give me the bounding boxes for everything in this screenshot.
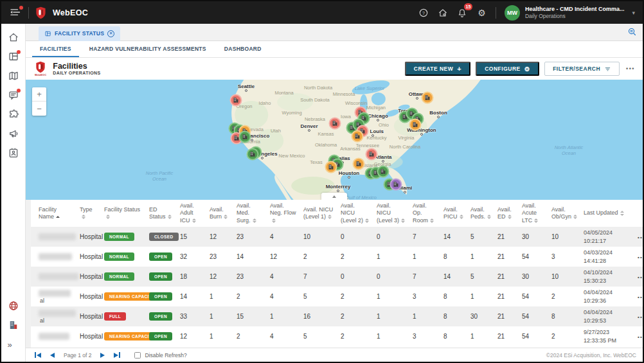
- facility-status-badge-cell: NEARING CAPACITY: [100, 326, 145, 346]
- board-search-icon[interactable]: [627, 27, 638, 37]
- facility-type-cell: Hospital: [76, 287, 100, 306]
- board-header: WebEOC Facilities DAILY OPERATIONS CREAT…: [26, 58, 643, 80]
- chip-close-icon[interactable]: ✕: [107, 30, 114, 37]
- column-header-avail-nicu-level-2-[interactable]: Avail. NICU (Level 2): [337, 200, 373, 227]
- sidebar-item-maps-icon[interactable]: [8, 70, 19, 82]
- sidebar-item-expand-icon[interactable]: »: [8, 339, 19, 350]
- account-subtitle: Daily Operations: [525, 13, 625, 20]
- row-more-button[interactable]: •••: [638, 334, 643, 340]
- row-more-button[interactable]: •••: [638, 235, 643, 240]
- column-header-avail-nicu-level-3-[interactable]: Avail. NICU (Level 3): [373, 200, 409, 227]
- map-collapse-handle[interactable]: [321, 193, 347, 200]
- disable-refresh-control[interactable]: Disable Refresh?: [134, 352, 186, 359]
- column-header-avail-picu[interactable]: Avail. PICU: [440, 200, 467, 227]
- facility-marker-green[interactable]: [247, 148, 259, 161]
- facility-marker-red[interactable]: [329, 118, 341, 130]
- map-state-label: New Mexico: [279, 153, 305, 159]
- copyright-text: ©2024 ESi Acquisition, Inc. WebEOC: [546, 352, 636, 359]
- sort-icon: [401, 218, 405, 224]
- redacted-facility-name: [39, 310, 76, 317]
- sidebar-item-globe-icon[interactable]: [8, 300, 19, 312]
- facility-marker-orange[interactable]: [422, 92, 434, 104]
- facility-type-cell: Hospital: [76, 247, 100, 267]
- row-more-button[interactable]: •••: [638, 314, 643, 320]
- ed-status-badge-cell: OPEN: [145, 287, 176, 306]
- tab-facilities[interactable]: FACILITIES: [32, 41, 79, 57]
- filter-search-button[interactable]: FILTER/SEARCH: [544, 62, 620, 76]
- facilities-map[interactable]: OregonIdahoMontanaNorth DakotaMinnesotaS…: [26, 80, 643, 200]
- availability-value-cell: 1: [409, 306, 440, 326]
- facility-marker-purple[interactable]: [390, 179, 402, 191]
- zoom-out-button[interactable]: −: [32, 102, 46, 116]
- column-header-facility-status[interactable]: Facility Status: [100, 200, 145, 227]
- tab-hazard-vulnerability-assessments[interactable]: HAZARD VULNERABILITY ASSESSMENTS: [82, 41, 214, 57]
- help-icon[interactable]: ?: [418, 7, 429, 18]
- column-header-avail-peds-[interactable]: Avail. Peds.: [467, 200, 494, 227]
- column-header-avail-burn[interactable]: Avail. Burn: [206, 200, 233, 227]
- map-city-label: Boston: [429, 110, 447, 116]
- sidebar-item-messages-icon[interactable]: [8, 89, 19, 101]
- collapse-menu-icon[interactable]: [9, 6, 22, 19]
- column-header-avail-acute-ltc[interactable]: Avail. Acute LTC: [518, 200, 548, 227]
- settings-gear-icon[interactable]: ⚙: [476, 7, 487, 18]
- facility-status-chip[interactable]: FACILITY STATUS ✕: [39, 26, 120, 41]
- column-header-avail-med-surg-[interactable]: Avail. Med. Surg.: [233, 200, 266, 227]
- availability-value-cell: 7: [300, 267, 337, 287]
- header-more-button[interactable]: •••: [625, 66, 636, 72]
- column-header-type[interactable]: Type: [76, 200, 100, 227]
- redacted-facility-name: [39, 253, 72, 260]
- home-icon[interactable]: [438, 7, 449, 18]
- facility-marker-red[interactable]: [230, 94, 242, 107]
- map-state-label: Iowa: [341, 114, 351, 120]
- ed-status-badge-cell: CLOSED: [145, 227, 176, 247]
- sidebar-item-boards-icon[interactable]: [8, 51, 19, 62]
- availability-value-cell: 12: [206, 227, 233, 247]
- column-header-last-updated[interactable]: Last Updated: [580, 200, 634, 227]
- column-header-avail-ed[interactable]: Avail. ED: [494, 200, 518, 227]
- sidebar-item-contacts-icon[interactable]: [8, 147, 19, 159]
- zoom-in-button[interactable]: +: [32, 87, 46, 102]
- map-state-label: Oklahoma: [315, 142, 337, 148]
- column-header-avail-nicu-level-1-[interactable]: Avail. NICU (Level 1): [300, 200, 337, 227]
- plus-icon: +: [457, 65, 461, 73]
- availability-value-cell: 1: [373, 326, 409, 346]
- column-header-avail-neg-flow[interactable]: Avail. Neg. Flow: [266, 200, 300, 227]
- page-subtitle: DAILY OPERATIONS: [53, 71, 100, 75]
- facility-marker-orange[interactable]: [325, 161, 337, 173]
- chevron-down-icon[interactable]: ▾: [632, 10, 635, 16]
- facility-marker-orange[interactable]: [409, 119, 422, 131]
- sort-icon: [508, 215, 512, 220]
- facility-marker-green[interactable]: [377, 166, 389, 178]
- next-page-button[interactable]: [100, 353, 105, 358]
- configure-button[interactable]: CONFIGURE⚙: [476, 62, 539, 76]
- row-actions-cell: •••: [634, 227, 643, 247]
- sort-asc-icon: [56, 216, 60, 218]
- disable-refresh-checkbox[interactable]: [134, 352, 141, 359]
- last-page-button[interactable]: [114, 352, 120, 358]
- column-header-avail-ob-gyn[interactable]: Avail. Ob/Gyn: [548, 200, 580, 227]
- previous-page-button[interactable]: [50, 353, 55, 358]
- facility-marker-green[interactable]: [239, 131, 251, 143]
- account-menu[interactable]: MW Healthcare - CMD Incident Comma... Da…: [505, 5, 635, 21]
- avatar[interactable]: MW: [505, 5, 520, 21]
- facility-marker-red[interactable]: [366, 148, 378, 161]
- column-header-avail-adult-icu[interactable]: Avail. Adult ICU: [176, 200, 206, 227]
- facility-marker-orange[interactable]: [352, 130, 364, 143]
- sidebar-item-home-icon[interactable]: [8, 31, 19, 43]
- map-state-label: Virginia: [398, 135, 415, 141]
- column-header-facility-name[interactable]: Facility Name: [31, 200, 76, 227]
- sidebar-item-plugins-icon[interactable]: [8, 109, 19, 120]
- row-more-button[interactable]: •••: [638, 274, 643, 280]
- tab-dashboard[interactable]: DASHBOARD: [217, 41, 269, 57]
- row-more-button[interactable]: •••: [638, 254, 643, 260]
- column-header-ed-status[interactable]: ED Status: [145, 200, 176, 227]
- first-page-button[interactable]: [35, 352, 41, 358]
- sort-icon: [328, 215, 332, 220]
- facility-marker-orange[interactable]: [353, 158, 365, 170]
- row-more-button[interactable]: •••: [638, 294, 643, 300]
- column-header-avail-op-room[interactable]: Avail. Op. Room: [409, 200, 440, 227]
- notifications-bell-icon[interactable]: 15: [457, 7, 468, 18]
- sidebar-item-organization-icon[interactable]: [8, 319, 19, 331]
- create-new-button[interactable]: CREATE NEW+: [405, 62, 470, 76]
- sidebar-item-broadcast-icon[interactable]: [8, 128, 19, 139]
